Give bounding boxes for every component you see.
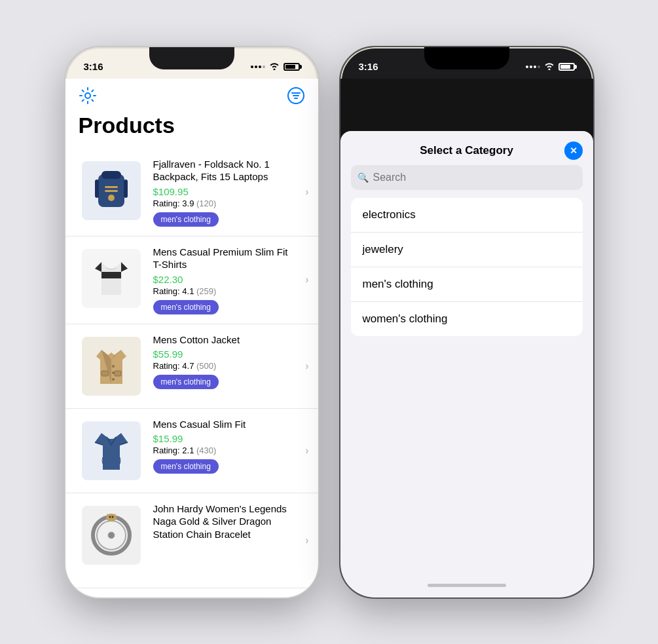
- signal-dots-right: [526, 66, 540, 68]
- signal-dots: [251, 66, 265, 68]
- product-price: $109.95: [153, 186, 292, 197]
- battery-icon: [283, 63, 300, 71]
- product-info: Mens Casual Premium Slim Fit T-Shirts $2…: [153, 246, 305, 314]
- category-item-mens-clothing[interactable]: men's clothing: [351, 267, 583, 302]
- product-info: Mens Casual Slim Fit $15.99 Rating: 2.1 …: [153, 418, 305, 474]
- svg-point-9: [108, 195, 115, 201]
- product-rating: Rating: 2.1 (430): [153, 445, 292, 455]
- product-image-bracelet: [79, 502, 144, 568]
- product-image-tshirt: [79, 246, 144, 311]
- chevron-icon: ›: [305, 360, 308, 372]
- time-left: 3:16: [84, 61, 103, 72]
- modal-overlay: Select a Category ✕ electronics jewelery…: [340, 79, 593, 597]
- left-phone: 3:16: [64, 46, 320, 599]
- product-rating: Rating: 4.1 (259): [153, 286, 292, 296]
- product-name: Mens Casual Premium Slim Fit T-Shirts: [153, 246, 292, 271]
- modal-header: Select a Category ✕: [340, 131, 593, 165]
- search-input[interactable]: [351, 165, 583, 190]
- product-price: $55.99: [153, 349, 292, 360]
- svg-rect-11: [101, 272, 121, 278]
- product-name: Mens Cotton Jacket: [153, 333, 292, 347]
- notch-right: [424, 47, 509, 69]
- category-list: electronics jewelery men's clothing wome…: [351, 198, 583, 336]
- wifi-icon-right: [544, 62, 555, 72]
- modal-title: Select a Category: [420, 144, 513, 157]
- product-item[interactable]: John Hardy Women's Legends Naga Gold & S…: [65, 493, 318, 588]
- page-title: Products: [65, 110, 318, 149]
- svg-point-25: [108, 532, 115, 539]
- product-info: Fjallraven - Foldsack No. 1 Backpack, Fi…: [153, 158, 305, 227]
- product-name: John Hardy Women's Legends Naga Gold & S…: [153, 502, 292, 541]
- svg-rect-16: [101, 371, 108, 376]
- svg-point-23: [109, 516, 111, 518]
- svg-rect-8: [124, 180, 128, 198]
- svg-rect-17: [115, 371, 121, 376]
- right-phone: 3:16 Select a Category: [339, 46, 594, 599]
- time-right: 3:16: [359, 61, 378, 72]
- products-header: [65, 79, 318, 110]
- product-price: $22.30: [153, 274, 292, 285]
- chevron-icon: ›: [305, 186, 308, 198]
- product-category: men's clothing: [153, 459, 219, 474]
- svg-point-14: [112, 371, 115, 374]
- products-screen: Products Fjallraven - Foldsack No. 1 Bac…: [65, 79, 318, 597]
- product-name: Mens Casual Slim Fit: [153, 418, 292, 431]
- product-info: John Hardy Women's Legends Naga Gold & S…: [153, 502, 305, 544]
- product-item[interactable]: Fjallraven - Foldsack No. 1 Backpack, Fi…: [65, 149, 318, 237]
- product-image-backpack: [79, 158, 144, 223]
- category-item-jewelery[interactable]: jewelery: [351, 233, 583, 267]
- svg-point-13: [112, 365, 115, 368]
- gear-icon[interactable]: [79, 86, 97, 105]
- product-item[interactable]: Mens Casual Premium Slim Fit T-Shirts $2…: [65, 237, 318, 324]
- svg-rect-5: [105, 186, 118, 188]
- product-image-slim: [79, 418, 144, 483]
- product-item[interactable]: Mens Casual Slim Fit $15.99 Rating: 2.1 …: [65, 409, 318, 493]
- filter-icon[interactable]: [287, 86, 305, 105]
- bottom-indicator: [340, 573, 593, 597]
- svg-point-0: [85, 93, 90, 98]
- svg-point-24: [111, 516, 113, 518]
- svg-rect-4: [101, 171, 121, 179]
- product-info: Mens Cotton Jacket $55.99 Rating: 4.7 (5…: [153, 333, 305, 390]
- wifi-icon: [269, 62, 280, 72]
- status-icons-right: [526, 62, 575, 72]
- product-item[interactable]: Mens Cotton Jacket $55.99 Rating: 4.7 (5…: [65, 324, 318, 409]
- product-rating: Rating: 3.9 (120): [153, 199, 292, 208]
- chevron-icon: ›: [305, 535, 308, 546]
- home-indicator: [428, 584, 506, 587]
- chevron-icon: ›: [305, 274, 308, 286]
- product-rating: Rating: 4.7 (500): [153, 361, 292, 371]
- product-name: Fjallraven - Foldsack No. 1 Backpack, Fi…: [153, 158, 292, 183]
- product-category: men's clothing: [153, 375, 219, 389]
- product-image-jacket: [79, 333, 144, 399]
- product-price: $15.99: [153, 433, 292, 444]
- product-category: men's clothing: [153, 300, 219, 314]
- category-item-womens-clothing[interactable]: women's clothing: [351, 302, 583, 336]
- category-item-electronics[interactable]: electronics: [351, 198, 583, 233]
- search-container: [340, 165, 593, 198]
- modal-close-button[interactable]: ✕: [564, 142, 583, 160]
- svg-point-15: [112, 378, 115, 381]
- status-icons-left: [251, 62, 300, 72]
- modal-sheet: Select a Category ✕ electronics jewelery…: [340, 131, 593, 597]
- notch: [149, 47, 234, 69]
- search-wrapper: [351, 165, 583, 190]
- product-category: men's clothing: [153, 212, 219, 227]
- battery-icon-right: [558, 63, 575, 71]
- svg-rect-6: [105, 190, 118, 192]
- chevron-icon: ›: [305, 445, 308, 457]
- svg-rect-7: [95, 180, 99, 198]
